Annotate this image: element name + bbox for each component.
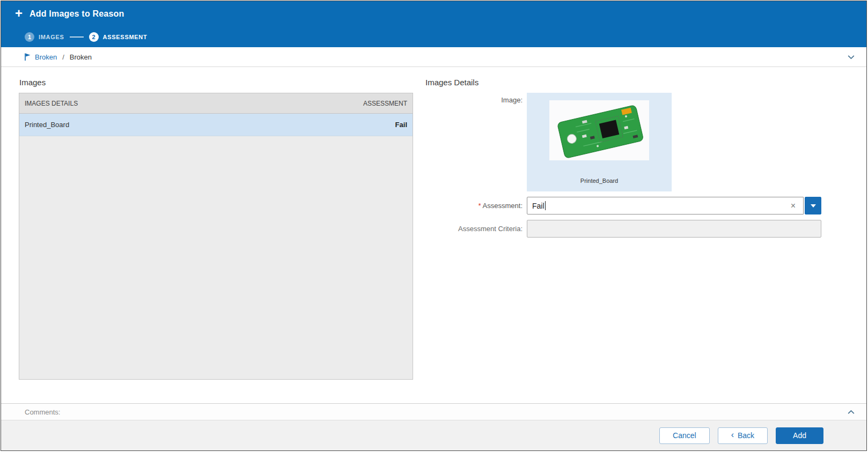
caret-down-icon [811,204,816,208]
cancel-button-label: Cancel [673,431,696,440]
breadcrumb-current: Broken [70,53,92,61]
breadcrumb-separator: / [62,53,64,61]
back-button[interactable]: ‹ Back [718,427,768,444]
step-assessment[interactable]: 2 ASSESSMENT [89,32,148,42]
main-content: Images IMAGES DETAILS ASSESSMENT Printed… [1,67,866,403]
image-details-panel: Images Details Image: [425,78,826,403]
flag-icon [24,53,32,61]
step-1-label: IMAGES [39,34,64,40]
dialog-title: Add Images to Reason [30,9,124,19]
back-button-label: Back [738,431,754,440]
stepper: 1 IMAGES 2 ASSESSMENT [1,27,866,47]
assessment-input[interactable]: Fail × [527,197,804,214]
table-row[interactable]: Printed_Board Fail [19,114,413,136]
assessment-criteria-input [527,220,821,238]
step-2-circle: 2 [89,32,99,42]
assessment-combobox: Fail × [527,197,821,214]
assessment-criteria-label: Assessment Criteria: [425,220,527,238]
comments-bar: Comments: [1,403,866,420]
add-images-dialog: + Add Images to Reason 1 IMAGES 2 ASSESS… [1,1,867,451]
table-empty-area [19,136,413,379]
row-image-name: Printed_Board [25,121,69,129]
images-panel: Images IMAGES DETAILS ASSESSMENT Printed… [19,78,413,403]
image-preview-box: Printed_Board [527,93,672,191]
dialog-footer: Cancel ‹ Back Add [1,420,866,450]
assessment-input-value: Fail [532,202,545,210]
image-caption: Printed_Board [580,177,618,184]
images-panel-title: Images [19,78,413,87]
cancel-button[interactable]: Cancel [659,427,710,444]
assessment-criteria-row: Assessment Criteria: [425,220,826,238]
chevron-left-icon: ‹ [731,430,734,440]
pcb-thumbnail-image [549,100,649,160]
plus-icon: + [15,7,23,20]
column-header-assessment[interactable]: ASSESSMENT [363,100,407,107]
image-preview-row: Image: [425,93,826,191]
chevron-down-icon[interactable] [847,53,856,62]
step-2-label: ASSESSMENT [103,34,148,40]
step-connector-line [70,36,84,38]
breadcrumb-link[interactable]: Broken [35,53,57,61]
row-assessment-value: Fail [395,121,407,129]
dialog-header: + Add Images to Reason [1,1,866,27]
comments-label: Comments: [25,408,60,416]
assessment-dropdown-button[interactable] [805,197,821,214]
step-images[interactable]: 1 IMAGES [25,32,64,42]
breadcrumb-bar: Broken / Broken [1,47,866,67]
chevron-up-icon[interactable] [847,408,856,417]
column-header-images-details[interactable]: IMAGES DETAILS [25,100,78,107]
required-asterisk: * [479,202,481,210]
image-details-title: Images Details [425,78,826,87]
images-table-header: IMAGES DETAILS ASSESSMENT [19,93,413,114]
text-cursor [545,201,546,210]
image-label: Image: [425,93,527,191]
add-button-label: Add [793,431,806,440]
assessment-label: *Assessment: [425,197,527,214]
images-table: IMAGES DETAILS ASSESSMENT Printed_Board … [19,93,413,380]
assessment-row: *Assessment: Fail × [425,197,826,214]
clear-icon[interactable]: × [788,202,798,210]
step-1-circle: 1 [25,32,34,42]
add-button[interactable]: Add [776,427,823,444]
